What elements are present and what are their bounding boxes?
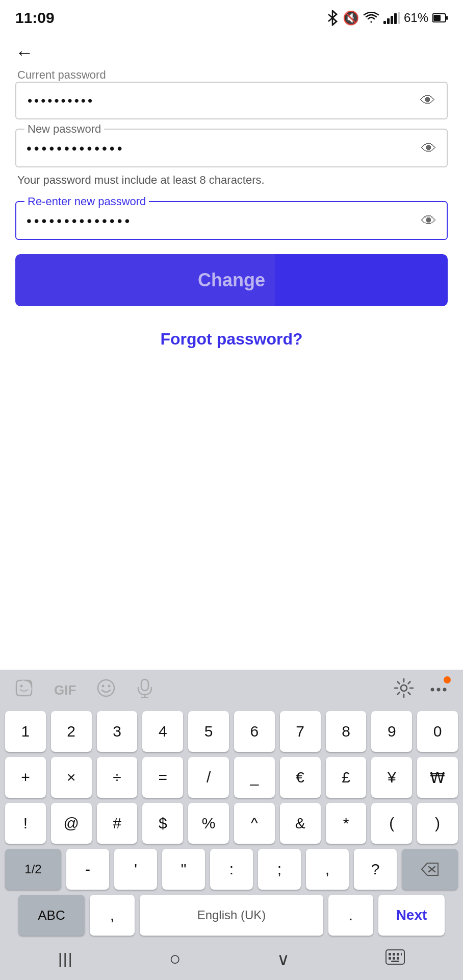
key-quote[interactable]: " (162, 849, 205, 890)
key-semicolon[interactable]: ; (258, 849, 301, 890)
reenter-password-eye-icon[interactable]: 👁 (421, 212, 436, 230)
back-area: ← (0, 32, 463, 68)
key-times[interactable]: × (51, 757, 92, 798)
key-1[interactable]: 1 (5, 711, 46, 752)
form-area: New password 👁 Your password must includ… (0, 129, 463, 354)
key-3[interactable]: 3 (97, 711, 138, 752)
nav-recent-icon[interactable]: ∨ (277, 949, 290, 969)
new-password-input[interactable] (27, 140, 416, 157)
mic-icon[interactable] (136, 678, 153, 702)
key-7[interactable]: 7 (280, 711, 321, 752)
key-equals[interactable]: = (142, 757, 183, 798)
key-exclaim[interactable]: ! (5, 803, 46, 844)
change-button[interactable]: Change (15, 254, 448, 306)
nav-back-icon[interactable]: ||| (58, 950, 73, 968)
svg-rect-3 (394, 13, 397, 24)
new-password-field-wrapper: New password 👁 (15, 129, 448, 167)
password-hint: Your password must include at least 8 ch… (15, 174, 448, 187)
key-4[interactable]: 4 (142, 711, 183, 752)
gif-icon[interactable]: GIF (54, 682, 76, 698)
settings-icon[interactable] (394, 678, 414, 703)
more-options-icon[interactable] (428, 678, 449, 702)
key-won[interactable]: ₩ (417, 757, 458, 798)
new-password-label: New password (24, 122, 104, 136)
key-9[interactable]: 9 (371, 711, 412, 752)
current-password-field: •••••••••• 👁 (15, 82, 448, 119)
svg-point-16 (401, 685, 407, 691)
sticker-icon[interactable] (14, 678, 34, 702)
key-percent[interactable]: % (188, 803, 229, 844)
key-row-symbols2: ! @ # $ % ^ & * ( ) (5, 803, 458, 844)
key-next[interactable]: Next (378, 895, 445, 936)
key-at[interactable]: @ (51, 803, 92, 844)
reenter-password-input[interactable] (27, 213, 416, 229)
status-bar: 11:09 🔇 61% (0, 0, 463, 32)
signal-icon (383, 12, 400, 24)
orange-dot (444, 676, 451, 683)
bluetooth-icon (326, 10, 339, 26)
nav-keyboard-icon[interactable] (385, 949, 405, 969)
svg-rect-2 (391, 16, 393, 24)
key-2[interactable]: 2 (51, 711, 92, 752)
mute-icon: 🔇 (343, 10, 359, 26)
status-time: 11:09 (15, 9, 55, 27)
svg-rect-4 (398, 12, 400, 24)
key-colon[interactable]: : (210, 849, 253, 890)
wifi-icon (363, 12, 379, 24)
key-period[interactable]: . (328, 895, 373, 936)
key-yen[interactable]: ¥ (371, 757, 412, 798)
keyboard-toolbar: GIF (0, 670, 463, 709)
svg-point-9 (20, 685, 23, 688)
key-8[interactable]: 8 (326, 711, 367, 752)
key-rparen[interactable]: ) (417, 803, 458, 844)
emoji-icon[interactable] (96, 678, 116, 702)
key-minus[interactable]: - (66, 849, 109, 890)
key-underscore[interactable]: _ (234, 757, 275, 798)
key-abc[interactable]: ABC (18, 895, 85, 936)
key-backspace[interactable] (402, 849, 458, 890)
nav-bar: ||| ○ ∨ (0, 941, 463, 980)
svg-rect-6 (433, 15, 441, 21)
key-dollar[interactable]: $ (142, 803, 183, 844)
forgot-password-link[interactable]: Forgot password? (15, 325, 448, 354)
svg-rect-13 (141, 679, 148, 691)
svg-rect-27 (389, 957, 391, 960)
key-space[interactable]: English (UK) (140, 895, 323, 936)
key-caret[interactable]: ^ (234, 803, 275, 844)
svg-rect-28 (393, 957, 395, 960)
key-comma2[interactable]: , (306, 849, 349, 890)
key-hash[interactable]: # (97, 803, 138, 844)
key-comma-bottom[interactable]: , (90, 895, 135, 936)
key-0[interactable]: 0 (417, 711, 458, 752)
key-6[interactable]: 6 (234, 711, 275, 752)
status-icons: 🔇 61% (326, 10, 448, 26)
current-password-section: Current password •••••••••• 👁 (0, 68, 463, 119)
toolbar-left-icons: GIF (14, 678, 153, 702)
battery-text: 61% (404, 11, 428, 25)
key-plus[interactable]: + (5, 757, 46, 798)
key-row-special: 1/2 - ' " : ; , ? (5, 849, 458, 890)
current-password-label: Current password (15, 68, 448, 82)
key-amp[interactable]: & (280, 803, 321, 844)
back-button[interactable]: ← (15, 42, 34, 63)
toolbar-right-icons (394, 678, 449, 703)
nav-home-icon[interactable]: ○ (169, 948, 181, 970)
svg-rect-0 (383, 21, 386, 24)
key-divide[interactable]: ÷ (97, 757, 138, 798)
svg-rect-1 (387, 18, 390, 24)
key-pound[interactable]: £ (326, 757, 367, 798)
new-password-eye-icon[interactable]: 👁 (421, 140, 436, 157)
svg-rect-29 (397, 957, 399, 960)
current-password-eye-icon[interactable]: 👁 (420, 92, 435, 109)
keyboard: GIF (0, 670, 463, 980)
key-5[interactable]: 5 (188, 711, 229, 752)
key-apos[interactable]: ' (114, 849, 157, 890)
back-arrow-icon: ← (15, 42, 34, 63)
key-half[interactable]: 1/2 (5, 849, 61, 890)
svg-point-17 (431, 688, 434, 692)
key-asterisk[interactable]: * (326, 803, 367, 844)
key-question[interactable]: ? (354, 849, 397, 890)
key-lparen[interactable]: ( (371, 803, 412, 844)
key-slash[interactable]: / (188, 757, 229, 798)
key-euro[interactable]: € (280, 757, 321, 798)
